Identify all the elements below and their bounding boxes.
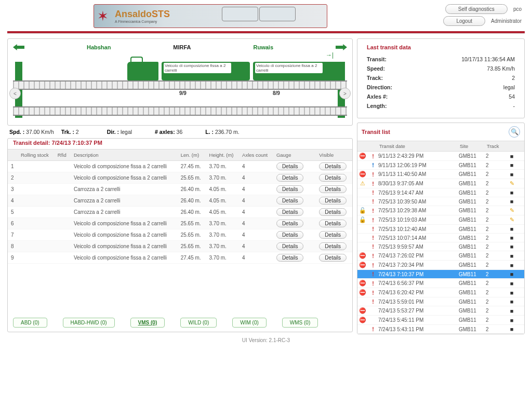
- diagram-prev-button[interactable]: <: [9, 88, 21, 99]
- transit-row[interactable]: !7/24/13 7:10:37 PMGMB112■: [357, 270, 524, 279]
- details-button[interactable]: Details: [276, 174, 304, 182]
- transit-row[interactable]: ⛔!9/11/13 11:40:50 AMGMB112■: [357, 170, 524, 179]
- transit-row[interactable]: ⛔!7/24/13 6:56:37 PMGMB112■: [357, 279, 524, 288]
- details-button[interactable]: Details: [319, 208, 347, 216]
- details-button[interactable]: Details: [319, 254, 347, 262]
- logo-main: Ansaldo: [115, 9, 152, 19]
- search-icon[interactable]: 🔍: [509, 126, 520, 138]
- transit-row[interactable]: !7/24/13 5:43:11 PMGMB112■: [357, 325, 524, 334]
- transit-date: 7/25/13 10:29:38 AM: [378, 208, 459, 213]
- transit-track: 2: [486, 290, 507, 295]
- transit-site: GMB11: [459, 162, 486, 168]
- transit-row[interactable]: ⛔!7/24/13 7:20:34 PMGMB112■: [357, 261, 524, 270]
- bk-icon: ■: [507, 308, 517, 314]
- transit-track: 2: [486, 262, 507, 268]
- details-button[interactable]: Details: [276, 242, 304, 250]
- transit-row[interactable]: !7/24/13 5:59:01 PMGMB112■: [357, 297, 524, 306]
- detail-title: Transit detail: 7/24/13 7:10:37 PM: [8, 139, 352, 149]
- details-button[interactable]: Details: [319, 185, 347, 193]
- err-icon: ⛔: [357, 171, 368, 178]
- transit-date: 8/30/13 9:37:05 AM: [378, 181, 459, 186]
- transit-row[interactable]: !9/11/13 12:06:19 PMGMB112■: [357, 161, 524, 170]
- transit-row[interactable]: !7/25/13 10:12:40 AMGMB112■: [357, 225, 524, 234]
- excl-icon: !: [368, 217, 378, 223]
- transit-site: GMB11: [459, 290, 486, 295]
- transit-row[interactable]: ⚠!8/30/13 9:37:05 AMGMB112✎: [357, 179, 524, 188]
- tab-wim[interactable]: WIM (0): [232, 318, 267, 328]
- details-button[interactable]: Details: [319, 231, 347, 239]
- tab-wms[interactable]: WMS (0): [282, 318, 318, 328]
- wagon-icon: Veicolo di composizione fissa a 2 carrel…: [253, 62, 341, 80]
- details-button[interactable]: Details: [276, 197, 304, 205]
- tab-wild[interactable]: WILD (0): [180, 318, 217, 328]
- vehicle-col-header: Rfid: [55, 150, 71, 161]
- transit-row[interactable]: !7/26/13 9:14:47 AMGMB112■: [357, 188, 524, 197]
- diagram-next-button[interactable]: >: [339, 88, 351, 99]
- transit-row[interactable]: ⛔!7/24/13 7:26:02 PMGMB112■: [357, 251, 524, 261]
- transit-site: GMB11: [459, 208, 486, 213]
- transit-row[interactable]: !7/25/13 9:59:57 AMGMB112■: [357, 242, 524, 251]
- transit-date: 7/26/13 9:14:47 AM: [378, 190, 459, 196]
- details-button[interactable]: Details: [319, 242, 347, 250]
- lock-icon: 🔓: [357, 207, 368, 214]
- self-diagnostics-button[interactable]: Self diagnostics: [445, 4, 508, 14]
- transit-row[interactable]: ⛔!9/11/13 2:43:29 PMGMB112■: [357, 152, 524, 161]
- table-row: 4Carrozza a 2 carrelli26.40 m.4.05 m.4De…: [8, 195, 352, 207]
- details-button[interactable]: Details: [276, 185, 304, 193]
- transit-row[interactable]: ⛔7/24/13 5:45:11 PMGMB112■: [357, 316, 524, 325]
- axle-count-b: 8/9: [273, 90, 280, 96]
- transit-track: 2: [486, 199, 507, 205]
- lock-icon: 🔓: [357, 216, 368, 223]
- excl-icon: !: [368, 262, 378, 268]
- transit-row[interactable]: 🔓!7/25/13 10:19:03 AMGMB112✎: [357, 215, 524, 225]
- tab-habd-hwd[interactable]: HABD-HWD (0): [63, 318, 115, 328]
- tlist-col-header: Transit date: [378, 141, 459, 151]
- tab-vms[interactable]: VMS (0): [130, 318, 165, 328]
- direction-icon: →|: [326, 51, 334, 59]
- transit-track: 2: [486, 235, 507, 241]
- transit-date: 7/25/13 10:19:03 AM: [378, 217, 459, 223]
- vehicle-col-header: Height. (m): [206, 150, 240, 161]
- details-button[interactable]: Details: [276, 231, 304, 239]
- transit-row[interactable]: !7/25/13 10:07:14 AMGMB112■: [357, 234, 524, 242]
- transit-track: 2: [486, 208, 507, 213]
- bk-icon: ■: [507, 171, 517, 178]
- excl-icon: !: [368, 235, 378, 241]
- details-button[interactable]: Details: [319, 174, 347, 182]
- locomotive-icon: [127, 62, 158, 80]
- details-button[interactable]: Details: [319, 220, 347, 227]
- logout-button[interactable]: Logout: [443, 16, 485, 26]
- tab-abd[interactable]: ABD (0): [13, 318, 47, 328]
- details-button[interactable]: Details: [276, 162, 304, 170]
- transit-row[interactable]: 🔓!7/25/13 10:29:38 AMGMB112✎: [357, 206, 524, 215]
- transit-track: 2: [486, 181, 507, 186]
- vehicle-col-header: Description: [71, 150, 178, 161]
- details-button[interactable]: Details: [319, 197, 347, 205]
- transit-site: GMB11: [459, 181, 486, 186]
- logo-icon: ✶: [97, 8, 114, 24]
- transit-date: 7/25/13 10:07:14 AM: [378, 235, 459, 241]
- transit-row[interactable]: ⛔7/24/13 5:53:27 PMGMB112■: [357, 306, 524, 316]
- bk-icon: ■: [507, 271, 517, 277]
- transit-track: 2: [486, 190, 507, 196]
- transit-site: GMB11: [459, 217, 486, 223]
- last-transit-panel: Last transit data Transit:10/17/13 11:36…: [357, 38, 525, 118]
- bk-icon: ■: [507, 253, 517, 259]
- transit-site: GMB11: [459, 308, 486, 314]
- details-button[interactable]: Details: [319, 162, 347, 170]
- transit-row[interactable]: ⛔!7/24/13 6:20:42 PMGMB112■: [357, 288, 524, 297]
- err-icon: ⛔: [357, 307, 368, 314]
- details-button[interactable]: Details: [276, 220, 304, 227]
- details-button[interactable]: Details: [276, 254, 304, 262]
- transit-site: GMB11: [459, 171, 486, 177]
- transit-site: GMB11: [459, 199, 486, 205]
- transit-date: 7/24/13 6:20:42 PM: [378, 290, 459, 295]
- transit-track: 2: [486, 317, 507, 323]
- transit-row[interactable]: !7/25/13 10:39:50 AMGMB112■: [357, 197, 524, 206]
- details-button[interactable]: Details: [276, 208, 304, 216]
- transit-date: 7/25/13 10:39:50 AM: [378, 199, 459, 205]
- wagon-label: Veicolo di composizione fissa a 2 carrel…: [164, 63, 231, 73]
- err-icon: ⛔: [357, 262, 368, 268]
- transit-date: 7/24/13 6:56:37 PM: [378, 280, 459, 286]
- transit-site: GMB11: [459, 317, 486, 323]
